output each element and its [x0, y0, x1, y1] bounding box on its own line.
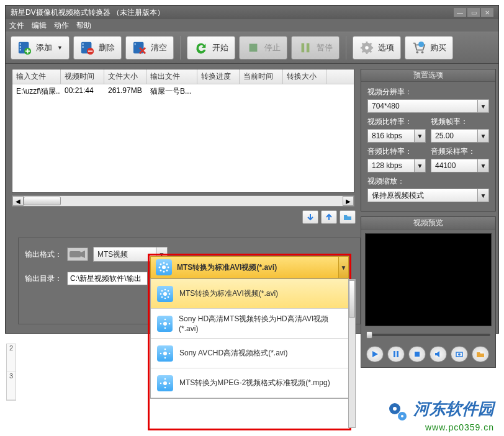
- pause-icon: [298, 40, 313, 55]
- chevron-down-icon: ▼: [414, 159, 425, 172]
- menu-help[interactable]: 帮助: [76, 20, 91, 31]
- play-button[interactable]: [366, 346, 384, 362]
- stop-button[interactable]: 停止: [239, 36, 287, 60]
- open-folder-button[interactable]: [340, 210, 356, 224]
- format-icon: [157, 286, 173, 302]
- svg-rect-20: [394, 351, 395, 357]
- format-select[interactable]: MTS转换为标准AVI视频(*.avi) ▼: [150, 256, 349, 278]
- svg-point-46: [160, 323, 161, 324]
- svg-point-59: [393, 407, 397, 411]
- stop-preview-button[interactable]: [408, 346, 426, 362]
- format-option[interactable]: MTS转换为MPEG-2视频格式标准视频(*.mpg): [151, 368, 348, 398]
- menu-file[interactable]: 文件: [9, 20, 24, 31]
- output-dir-input[interactable]: [67, 272, 148, 285]
- titlebar[interactable]: 新星DV摄像机视频格式转换器 （未注册版本） — ▭ ✕: [6, 6, 498, 19]
- abitrate-select[interactable]: 128 kbps▼: [367, 159, 426, 172]
- svg-point-29: [168, 267, 169, 269]
- asample-label: 音频采样率：: [431, 146, 489, 157]
- svg-point-15: [365, 46, 369, 50]
- minimize-button[interactable]: —: [454, 8, 466, 17]
- svg-point-53: [163, 381, 167, 385]
- clear-button[interactable]: 清空: [125, 36, 174, 60]
- format-list: MTS转换为标准AVI视频(*.avi) Sony HD高清MTS视频转换为HD…: [150, 278, 349, 399]
- column-current[interactable]: 当前时间: [240, 69, 283, 84]
- snapshot-button[interactable]: [451, 346, 468, 362]
- column-progress[interactable]: 转换进度: [197, 69, 240, 84]
- film-delete-icon: [80, 40, 95, 55]
- chevron-down-icon: ▼: [477, 130, 488, 142]
- fps-select[interactable]: 25.00▼: [431, 129, 489, 143]
- folder-button[interactable]: [472, 346, 489, 362]
- svg-point-41: [168, 290, 169, 291]
- buy-button[interactable]: 购买: [405, 36, 453, 60]
- svg-rect-19: [70, 251, 81, 257]
- format-option[interactable]: Sony HD高清MTS视频转换为HD高清AVI视频(*.avi): [151, 309, 348, 339]
- svg-point-51: [160, 352, 162, 354]
- svg-point-55: [164, 386, 166, 388]
- preset-title: 预置选项: [361, 69, 495, 82]
- format-option[interactable]: MTS转换为标准AVI视频(*.avi): [151, 279, 348, 309]
- chevron-down-icon: ▼: [414, 130, 425, 142]
- pause-preview-button[interactable]: [387, 346, 405, 362]
- volume-button[interactable]: [430, 346, 447, 362]
- start-button[interactable]: 开始: [187, 36, 235, 60]
- window-title: 新星DV摄像机视频格式转换器 （未注册版本）: [11, 7, 164, 18]
- add-button[interactable]: 添加▼: [11, 36, 70, 60]
- dropdown-arrow-icon: ▼: [57, 45, 63, 51]
- column-duration[interactable]: 视频时间: [61, 69, 104, 84]
- output-format-label: 输出格式：: [25, 249, 62, 260]
- table-row[interactable]: E:\uzzf\猫屎... 00:21:44 261.97MB 猫屎一号B...: [12, 84, 354, 99]
- move-down-button[interactable]: [302, 210, 318, 224]
- menu-edit[interactable]: 编辑: [32, 20, 47, 31]
- svg-point-42: [161, 296, 163, 298]
- column-size[interactable]: 文件大小: [104, 69, 146, 84]
- svg-rect-12: [302, 43, 305, 53]
- column-input[interactable]: 输入文件: [12, 69, 61, 84]
- watermark-url: www.pc0359.cn: [387, 422, 494, 432]
- seek-slider[interactable]: [366, 334, 490, 336]
- column-output[interactable]: 输出文件: [146, 69, 197, 84]
- scroll-thumb[interactable]: [349, 280, 355, 318]
- menubar: 文件 编辑 动作 帮助: [6, 19, 498, 32]
- column-outsize[interactable]: 转换大小: [283, 69, 326, 84]
- svg-rect-22: [415, 352, 420, 357]
- format-option[interactable]: Sony AVCHD高清视频格式(*.avi): [151, 339, 348, 368]
- svg-point-28: [159, 267, 161, 269]
- scroll-thumb[interactable]: [24, 197, 61, 205]
- zoom-select[interactable]: 保持原视频模式▼: [367, 189, 489, 202]
- close-button[interactable]: ✕: [481, 8, 493, 17]
- vbitrate-select[interactable]: 816 kbps▼: [367, 129, 426, 143]
- resolution-select[interactable]: 704*480▼: [367, 99, 489, 113]
- svg-point-18: [418, 42, 424, 47]
- svg-point-49: [164, 348, 166, 350]
- format-icon: [157, 345, 173, 362]
- svg-point-61: [401, 415, 403, 417]
- asample-select[interactable]: 44100▼: [431, 159, 489, 172]
- slider-thumb[interactable]: [366, 331, 372, 339]
- svg-rect-2: [20, 46, 21, 48]
- svg-point-31: [166, 270, 168, 272]
- move-up-button[interactable]: [321, 210, 337, 224]
- svg-rect-21: [397, 351, 398, 357]
- svg-point-47: [168, 323, 170, 324]
- resolution-label: 视频分辨率：: [367, 87, 489, 97]
- svg-rect-6: [83, 43, 84, 45]
- options-button[interactable]: 选项: [353, 36, 401, 60]
- menu-action[interactable]: 动作: [54, 20, 69, 31]
- scroll-left-icon[interactable]: ◀: [12, 196, 24, 206]
- preview-panel: 视频预览: [361, 216, 496, 368]
- scroll-right-icon[interactable]: ▶: [343, 196, 354, 206]
- horizontal-scrollbar[interactable]: ◀ ▶: [12, 195, 354, 207]
- preview-title: 视频预览: [361, 217, 495, 229]
- dropdown-scrollbar[interactable]: [348, 279, 356, 428]
- chevron-down-icon: ▼: [477, 100, 488, 112]
- zoom-label: 视频缩放：: [367, 176, 489, 187]
- delete-button[interactable]: 删除: [73, 36, 122, 60]
- maximize-button[interactable]: ▭: [467, 8, 480, 17]
- svg-point-50: [164, 357, 166, 358]
- svg-point-48: [163, 352, 167, 355]
- svg-point-37: [160, 293, 162, 295]
- gear-icon: [359, 40, 374, 55]
- pause-button[interactable]: 暂停: [291, 36, 340, 60]
- video-preview: [365, 233, 492, 326]
